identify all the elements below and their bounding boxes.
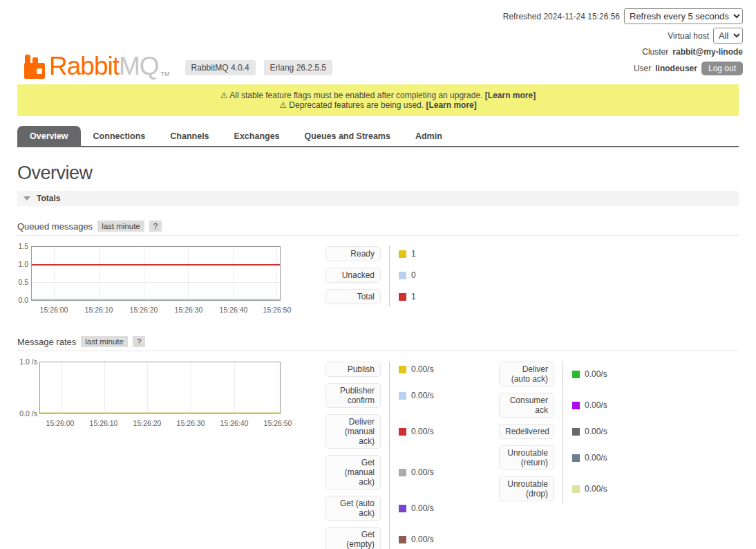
legend-label-total[interactable]: Total (325, 289, 381, 304)
unroutable-return-swatch-icon (572, 454, 580, 462)
deliver-auto-ack-swatch-icon (572, 371, 580, 378)
deprecated-learn-more-link[interactable]: [Learn more] (426, 100, 476, 110)
legend-label-get-manual-ack[interactable]: Get (manual ack) (325, 455, 381, 490)
x-tick: 15:26:30 (177, 419, 205, 427)
queued-messages-chart: 1.5 1.0 0.5 0.0 15:26:00 15:26:10 15:26:… (17, 246, 311, 315)
legend-label-get-empty[interactable]: Get (empty) (325, 527, 381, 549)
feature-flags-learn-more-link[interactable]: [Learn more] (485, 91, 536, 100)
tab-admin[interactable]: Admin (403, 126, 455, 146)
header: RabbitMQ TM RabbitMQ 4.0.4 Erlang 26.2.5… (0, 0, 756, 79)
deprecated-features-warning: ⚠ Deprecated features are being used. [L… (24, 100, 732, 110)
user-label: User (634, 64, 651, 73)
publish-rate: 0.00/s (411, 364, 434, 374)
rates-legend-column-2: Deliver (auto ack)0.00/s Consumer ack0.0… (499, 362, 658, 508)
x-tick: 15:26:40 (220, 419, 249, 427)
queued-window-badge[interactable]: last minute (97, 221, 144, 232)
legend-label-unroutable-drop[interactable]: Unroutable (drop) (499, 476, 554, 501)
tab-overview[interactable]: Overview (17, 126, 81, 146)
rabbitmq-logo-icon (24, 54, 45, 79)
logout-button[interactable]: Log out (701, 62, 743, 75)
legend-label-unroutable-return[interactable]: Unroutable (return) (499, 445, 554, 470)
rabbitmq-version-badge: RabbitMQ 4.0.4 (185, 60, 256, 75)
refresh-interval-select[interactable]: Refresh every 5 seconds (624, 8, 743, 24)
y-tick: 0.5 (17, 278, 28, 286)
unacked-value: 0 (411, 270, 416, 280)
x-tick: 15:26:00 (46, 419, 75, 427)
unroutable-drop-rate: 0.00/s (585, 484, 607, 494)
cluster-label: Cluster (642, 47, 668, 57)
queued-messages-legend: Ready 1 Unacked 0 Total 1 (325, 246, 484, 310)
y-tick: 1.5 (17, 242, 28, 250)
x-tick: 15:26:10 (90, 419, 118, 427)
legend-label-deliver-auto-ack[interactable]: Deliver (auto ack) (499, 362, 554, 387)
message-rates-heading: Message rates last minute ? (17, 336, 739, 351)
queued-messages-title: Queued messages (17, 221, 93, 232)
message-rates-chart: 1.0 /s 0.0 /s 15:26:00 15:26:10 15:26:20… (17, 362, 311, 431)
y-tick: 0.0 (17, 296, 28, 304)
legend-label-unacked[interactable]: Unacked (325, 268, 381, 283)
x-tick: 15:26:30 (175, 306, 203, 314)
consumer-ack-rate: 0.00/s (585, 400, 607, 410)
series-line-unacked (32, 299, 280, 300)
message-rates-chart-row: 1.0 /s 0.0 /s 15:26:00 15:26:10 15:26:20… (17, 362, 739, 549)
deliver-auto-ack-rate: 0.00/s (585, 369, 607, 379)
series-line-zero-rate (40, 412, 280, 413)
get-empty-swatch-icon (399, 536, 406, 543)
get-manual-ack-rate: 0.00/s (411, 467, 434, 477)
unroutable-drop-swatch-icon (572, 485, 580, 493)
legend-label-ready[interactable]: Ready (325, 246, 381, 261)
x-tick: 15:26:20 (133, 419, 162, 427)
x-tick: 15:26:50 (263, 306, 292, 314)
tab-connections[interactable]: Connections (81, 126, 158, 146)
y-tick: 1.0 /s (17, 357, 37, 366)
totals-section-header[interactable]: Totals (17, 191, 739, 206)
feature-flags-warning-text: ⚠ All stable feature flags must be enabl… (220, 91, 483, 100)
logo-tm-text: TM (161, 71, 170, 77)
collapse-triangle-icon (23, 196, 30, 201)
total-value: 1 (411, 292, 416, 301)
consumer-ack-swatch-icon (572, 402, 580, 409)
erlang-version-badge: Erlang 26.2.5.5 (264, 60, 332, 75)
unroutable-return-rate: 0.00/s (585, 453, 607, 463)
legend-label-deliver-manual-ack[interactable]: Deliver (manual ack) (325, 414, 381, 449)
user-name: linodeuser (655, 64, 697, 73)
x-tick: 15:26:20 (130, 306, 158, 314)
total-swatch-icon (399, 293, 406, 301)
logo-rabbit-text: Rabbit (49, 52, 119, 80)
legend-label-consumer-ack[interactable]: Consumer ack (499, 393, 554, 418)
publisher-confirm-rate: 0.00/s (411, 391, 434, 400)
legend-label-publisher-confirm[interactable]: Publisher confirm (325, 383, 381, 408)
totals-section-label: Totals (37, 194, 60, 203)
page-title: Overview (17, 162, 739, 184)
version-badges: RabbitMQ 4.0.4 Erlang 26.2.5.5 (185, 60, 332, 75)
queued-help-icon[interactable]: ? (149, 221, 162, 232)
rates-window-badge[interactable]: last minute (81, 336, 128, 347)
queued-messages-heading: Queued messages last minute ? (17, 221, 739, 236)
rates-help-icon[interactable]: ? (133, 336, 145, 347)
legend-row-ready: Ready 1 (325, 246, 484, 261)
legend-label-get-auto-ack[interactable]: Get (auto ack) (325, 496, 381, 521)
legend-label-publish[interactable]: Publish (325, 362, 381, 377)
legend-label-redelivered[interactable]: Redelivered (499, 424, 554, 439)
redelivered-swatch-icon (572, 428, 580, 436)
virtual-host-select[interactable]: All (713, 28, 743, 44)
x-tick: 15:26:10 (85, 306, 113, 314)
cluster-name: rabbit@my-linode (672, 47, 743, 57)
publisher-confirm-swatch-icon (399, 392, 406, 400)
ready-value: 1 (411, 249, 416, 259)
redelivered-rate: 0.00/s (585, 427, 607, 436)
queued-chart-plot-area (31, 246, 281, 301)
feature-flags-warning: ⚠ All stable feature flags must be enabl… (24, 91, 732, 100)
tab-exchanges[interactable]: Exchanges (222, 126, 292, 146)
tab-queues-and-streams[interactable]: Queues and Streams (292, 126, 403, 146)
tab-channels[interactable]: Channels (158, 126, 221, 146)
logo[interactable]: RabbitMQ TM RabbitMQ 4.0.4 Erlang 26.2.5… (24, 7, 332, 79)
legend-row-total: Total 1 (325, 289, 484, 304)
refreshed-timestamp: Refreshed 2024-11-24 15:26:56 (503, 12, 620, 21)
y-tick: 1.0 (17, 260, 28, 268)
unacked-swatch-icon (399, 272, 406, 279)
get-manual-ack-swatch-icon (399, 469, 406, 476)
y-tick: 0.0 /s (17, 409, 37, 418)
rates-chart-plot-area (39, 362, 281, 414)
x-tick: 15:26:00 (40, 306, 68, 314)
